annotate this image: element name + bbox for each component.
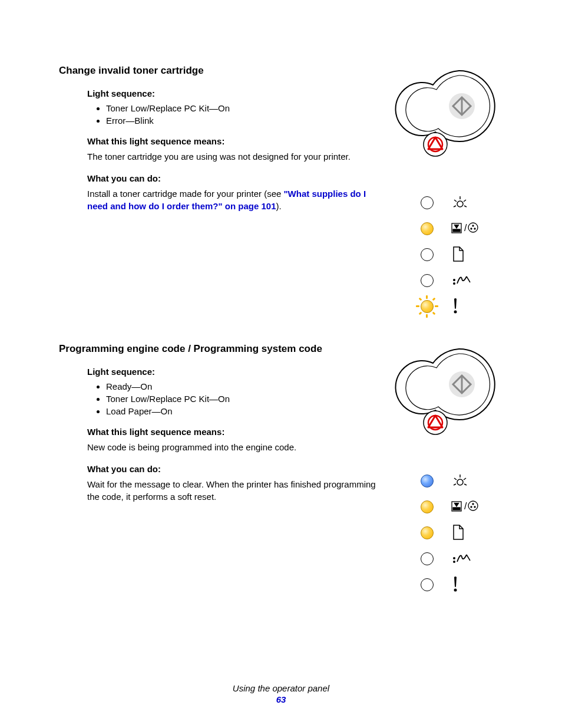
operator-panel: / (391, 65, 515, 319)
svg-line-26 (464, 484, 467, 485)
light-sequence-heading: Light sequence: (87, 88, 379, 98)
light-sequence-heading: Light sequence: (87, 367, 379, 377)
do-body: Install a toner cartridge made for your … (87, 188, 379, 212)
do-prefix: Install a toner cartridge made for your … (87, 189, 284, 199)
svg-point-37 (454, 589, 457, 592)
svg-point-18 (454, 311, 457, 314)
svg-point-11 (468, 223, 478, 232)
panel-outline-icon (391, 343, 503, 461)
error-icon (451, 576, 475, 594)
error-icon (451, 298, 475, 315)
do-heading: What you can do: (87, 173, 379, 183)
light-sequence-list: Ready—On Toner Low/Replace PC Kit—On Loa… (106, 381, 379, 416)
led-off (421, 248, 434, 261)
cancel-button-icon (424, 133, 447, 156)
list-item: Ready—On (106, 381, 379, 391)
status-row (421, 546, 515, 572)
svg-point-35 (453, 561, 455, 563)
svg-point-33 (474, 506, 475, 508)
list-item: Toner Low/Replace PC Kit—On (106, 103, 379, 113)
led-on-amber (421, 222, 434, 235)
led-off (421, 552, 434, 565)
section-title: Programming engine code / Programming sy… (59, 343, 379, 355)
led-blinking (417, 297, 437, 317)
svg-point-15 (453, 279, 455, 281)
text-column: Change invalid toner cartridge Light seq… (59, 65, 391, 319)
page-number: 63 (0, 694, 562, 704)
svg-line-23 (454, 478, 457, 480)
svg-rect-28 (453, 508, 460, 510)
section-programming-code: Programming engine code / Programming sy… (59, 343, 515, 598)
svg-point-16 (453, 282, 455, 285)
led-off (421, 196, 434, 209)
jam-icon (451, 550, 475, 568)
means-body: New code is being programmed into the en… (87, 442, 379, 453)
means-heading: What this light sequence means: (87, 427, 379, 437)
light-sequence-list: Toner Low/Replace PC Kit—On Error—Blink (106, 103, 379, 126)
led-off (421, 578, 434, 591)
jam-icon (451, 272, 475, 289)
svg-text:/: / (464, 501, 467, 511)
led-on-blue (421, 475, 434, 487)
svg-point-30 (468, 501, 478, 510)
status-row (421, 468, 515, 494)
svg-point-32 (471, 506, 472, 508)
svg-point-31 (472, 503, 474, 505)
led-off (421, 274, 434, 287)
status-row: / (421, 216, 515, 242)
panel-outline-icon (391, 65, 503, 183)
status-row-list: / (421, 468, 515, 598)
svg-line-24 (464, 478, 466, 480)
svg-line-17 (467, 276, 470, 282)
svg-line-4 (454, 200, 457, 202)
svg-line-5 (464, 200, 466, 202)
do-suffix: ). (276, 201, 282, 211)
paper-icon (451, 524, 475, 542)
cancel-button-icon (424, 411, 447, 434)
section-change-toner: Change invalid toner cartridge Light seq… (59, 65, 515, 319)
svg-point-14 (474, 228, 475, 229)
ready-icon (451, 472, 475, 490)
svg-line-25 (454, 484, 456, 485)
page-footer: Using the operator panel 63 (0, 683, 562, 704)
text-column: Programming engine code / Programming sy… (59, 343, 391, 598)
status-row (421, 294, 515, 319)
section-title: Change invalid toner cartridge (59, 65, 379, 77)
svg-line-6 (454, 206, 456, 207)
status-row: / (421, 494, 515, 520)
toner-icon: / (451, 220, 475, 238)
status-row (421, 572, 515, 598)
svg-point-2 (457, 201, 463, 207)
svg-rect-9 (453, 229, 460, 232)
chapter-title: Using the operator panel (0, 683, 562, 693)
status-row (421, 520, 515, 546)
list-item: Toner Low/Replace PC Kit—On (106, 394, 379, 404)
svg-text:/: / (464, 223, 467, 233)
svg-point-34 (453, 557, 455, 559)
ready-icon (451, 194, 475, 212)
svg-point-12 (472, 225, 474, 226)
toner-icon: / (451, 498, 475, 516)
status-row-list: / (421, 190, 515, 319)
svg-point-13 (471, 228, 472, 229)
list-item: Error—Blink (106, 116, 379, 126)
do-heading: What you can do: (87, 464, 379, 474)
status-row (421, 242, 515, 268)
svg-point-21 (457, 479, 463, 485)
led-on-amber (421, 526, 434, 539)
means-heading: What this light sequence means: (87, 136, 379, 146)
do-body: Wait for the message to clear. When the … (87, 479, 379, 503)
paper-icon (451, 246, 475, 263)
means-body: The toner cartridge you are using was no… (87, 151, 379, 163)
status-row (421, 268, 515, 294)
operator-panel: / (391, 343, 515, 598)
led-on-amber (421, 500, 434, 513)
svg-line-36 (467, 555, 470, 561)
status-row (421, 190, 515, 216)
list-item: Load Paper—On (106, 406, 379, 416)
svg-line-7 (464, 206, 467, 207)
